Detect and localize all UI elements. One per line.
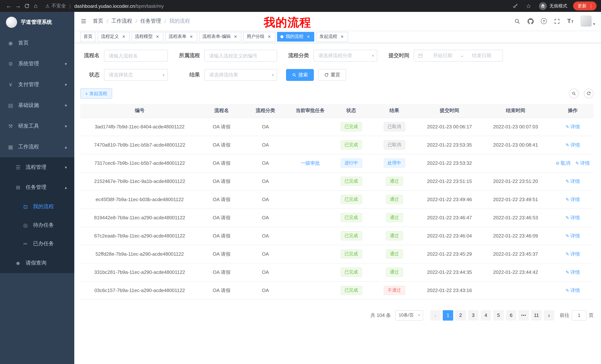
- detail-link[interactable]: ✎详情: [575, 160, 590, 166]
- page-button[interactable]: 6: [506, 310, 516, 320]
- sidebar-item-task-management[interactable]: ⊞ 任务管理 ▴: [0, 177, 74, 197]
- sidebar-item-workflow[interactable]: ▦ 工作流程 ▴: [0, 136, 74, 157]
- page-button[interactable]: 1: [443, 310, 453, 320]
- page-button[interactable]: 11: [531, 310, 541, 320]
- sidebar-item-payment-management[interactable]: ¥ 支付管理 ▾: [0, 74, 74, 95]
- cell-end-time: 2022-01-22 23:46:09: [479, 227, 552, 245]
- detail-link[interactable]: ✎详情: [566, 178, 580, 184]
- sidebar-item-todo-tasks[interactable]: ◎ 待办任务: [0, 216, 74, 234]
- detail-link[interactable]: ✎详情: [566, 215, 580, 220]
- sidebar-item-home[interactable]: ◉ 首页: [0, 33, 74, 53]
- search-icon[interactable]: [514, 18, 521, 24]
- edit-icon: ✎: [566, 142, 569, 147]
- back-icon[interactable]: ←: [4, 3, 13, 9]
- text-size-icon[interactable]: TT: [567, 18, 573, 25]
- hamburger-icon[interactable]: [80, 18, 87, 25]
- page-size-select[interactable]: 10条/页 ▾: [395, 310, 423, 320]
- close-icon[interactable]: ×: [306, 34, 311, 39]
- close-icon[interactable]: ×: [121, 34, 126, 39]
- breadcrumb-link[interactable]: 首页: [93, 18, 103, 25]
- github-icon[interactable]: [527, 18, 534, 24]
- app-logo[interactable]: 芋道管理系统: [0, 12, 74, 33]
- breadcrumb-link[interactable]: 我的流程: [169, 18, 190, 25]
- search-button[interactable]: 搜索: [286, 69, 314, 81]
- breadcrumb-link[interactable]: 任务管理: [140, 18, 161, 25]
- close-icon[interactable]: ×: [267, 34, 272, 39]
- category-select[interactable]: 请选择流程分类 ▾: [313, 50, 377, 62]
- fullscreen-icon[interactable]: [554, 18, 560, 24]
- goto-page-input[interactable]: [572, 310, 587, 320]
- detail-link[interactable]: ✎详情: [566, 269, 580, 275]
- table-row: 3ad174fb-7b9d-11ec-8404-acde48001122 OA …: [80, 118, 594, 136]
- page-button[interactable]: 3: [468, 310, 478, 320]
- toggle-search-button[interactable]: [569, 89, 579, 98]
- owner-process-input[interactable]: [204, 50, 277, 62]
- reset-button[interactable]: 重置: [318, 69, 346, 81]
- page-button[interactable]: 5: [493, 310, 504, 320]
- detail-link[interactable]: ✎详情: [566, 142, 580, 147]
- url-path: /bpm/task/my: [135, 3, 164, 9]
- tab-process-model[interactable]: 流程模型 ×: [131, 32, 163, 41]
- tab-process-form-edit[interactable]: 流程表单-编辑 ×: [199, 32, 241, 41]
- close-icon[interactable]: ×: [233, 34, 238, 39]
- sidebar-item-leave-query[interactable]: ☻ 请假查询: [0, 253, 74, 273]
- page-button[interactable]: •••: [519, 310, 529, 320]
- cell-process-category: OA: [244, 136, 287, 154]
- close-icon[interactable]: ×: [189, 34, 194, 39]
- detail-link[interactable]: ✎详情: [566, 251, 580, 257]
- forward-icon[interactable]: →: [13, 3, 22, 9]
- status-placeholder: 请选择状态: [109, 72, 133, 78]
- user-avatar[interactable]: ▾: [581, 16, 595, 27]
- close-icon[interactable]: ×: [155, 34, 160, 39]
- sidebar-item-dev-tools[interactable]: ⚒ 研发工具 ▾: [0, 116, 74, 136]
- refresh-icon: [587, 91, 591, 96]
- bookmark-star-icon[interactable]: ☆: [524, 2, 533, 10]
- tab-user-group[interactable]: 用户分组 ×: [243, 32, 275, 41]
- tab-my-process[interactable]: 我的流程 ×: [277, 32, 314, 41]
- address-bar[interactable]: ⚠ 不安全 | dashboard.yudao.iocoder.cn/bpm/t…: [45, 3, 506, 9]
- prev-page-button[interactable]: ‹: [430, 310, 441, 320]
- sidebar: 芋道管理系统 ◉ 首页 ⚙ 系统管理 ▾ ¥ 支付管理 ▾ ▤: [0, 12, 74, 364]
- table-row: ec45f38f-7b9a-11ec-b03b-acde48001122 OA …: [80, 190, 594, 209]
- cancel-link[interactable]: ⊘取消: [556, 160, 570, 166]
- start-process-button[interactable]: + 发起流程: [80, 88, 112, 99]
- main-area: 首页 / 工作流程 / 任务管理 / 我的流程 ?: [74, 12, 601, 364]
- detail-link[interactable]: ✎详情: [566, 124, 580, 129]
- page-button[interactable]: 4: [481, 310, 491, 320]
- tab-process-definition[interactable]: 流程定义 ×: [98, 32, 130, 41]
- sidebar-item-done-tasks[interactable]: ✂ 已办任务: [0, 234, 74, 253]
- key-icon[interactable]: [511, 3, 520, 9]
- chat-icon: ⊡: [22, 204, 29, 210]
- sidebar-item-my-process[interactable]: ⊡ 我的流程: [0, 197, 74, 216]
- reload-icon[interactable]: [22, 3, 31, 9]
- result-select[interactable]: 请选择流结果 ▾: [204, 69, 277, 81]
- incognito-badge: 无痕模式: [539, 2, 567, 10]
- refresh-table-button[interactable]: [584, 89, 594, 98]
- sidebar-item-process-management[interactable]: ☰ 流程管理 ▾: [0, 157, 74, 177]
- detail-link[interactable]: ✎详情: [566, 287, 580, 293]
- cell-actions: ✎详情: [552, 263, 594, 281]
- page-button[interactable]: 2: [455, 310, 466, 320]
- edit-icon: ✎: [566, 251, 569, 257]
- sidebar-item-system-management[interactable]: ⚙ 系统管理 ▾: [0, 53, 74, 74]
- browser-home-icon[interactable]: ⌂: [31, 3, 40, 9]
- help-icon[interactable]: ?: [541, 18, 547, 24]
- cell-actions: ✎详情: [552, 209, 594, 227]
- close-icon[interactable]: ×: [340, 34, 345, 39]
- sidebar-item-infrastructure[interactable]: ▤ 基础设施 ▾: [0, 95, 74, 116]
- process-name-input[interactable]: [104, 50, 168, 62]
- submit-time-range-picker[interactable]: 开始日期 - 结束日期: [414, 50, 503, 62]
- tab-start-process[interactable]: 发起流程 ×: [316, 32, 348, 41]
- tab-process-form[interactable]: 流程表单 ×: [165, 32, 197, 41]
- detail-link[interactable]: ✎详情: [566, 233, 580, 238]
- update-button[interactable]: 更新 ⋮: [573, 1, 597, 10]
- table-row: 819442e8-7b9a-11ec-a290-acde48001122 OA …: [80, 209, 594, 227]
- breadcrumb-link[interactable]: 工作流程: [111, 18, 132, 25]
- current-task-link[interactable]: 一级审批: [300, 160, 320, 166]
- tab-home[interactable]: 首页: [80, 32, 96, 41]
- status-select[interactable]: 请选择状态 ▾: [104, 69, 168, 81]
- browser-menu-icon[interactable]: ⋮: [589, 3, 594, 9]
- detail-link[interactable]: ✎详情: [566, 196, 580, 202]
- top-navbar: 首页 / 工作流程 / 任务管理 / 我的流程 ?: [74, 12, 601, 30]
- next-page-button[interactable]: ›: [544, 310, 554, 320]
